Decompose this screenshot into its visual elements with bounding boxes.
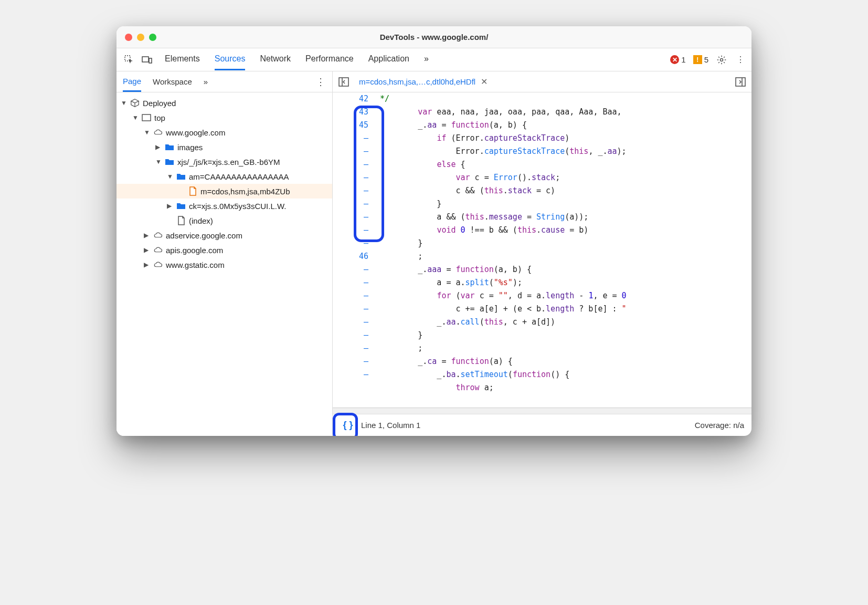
horizontal-scrollbar[interactable]: [333, 408, 751, 414]
gutter-line[interactable]: –: [333, 316, 368, 329]
code-line[interactable]: _.aa.call(this, c + a[d]): [380, 316, 751, 329]
tree-row[interactable]: ck=xjs.s.0Mx5ys3sCUI.L.W.: [117, 199, 332, 213]
gutter-line[interactable]: 46: [333, 250, 368, 263]
expand-arrow-icon[interactable]: [167, 202, 173, 210]
gutter-line[interactable]: –: [333, 224, 368, 237]
gutter-line[interactable]: –: [333, 237, 368, 250]
open-file-tab[interactable]: m=cdos,hsm,jsa,…c,dtl0hd,eHDfl ✕: [356, 77, 491, 87]
code-line[interactable]: _.ca = function(a) {: [380, 355, 751, 368]
code-line[interactable]: _.aaa = function(a, b) {: [380, 263, 751, 276]
code-content[interactable]: */ var eaa, naa, jaa, oaa, paa, qaa, Aaa…: [380, 92, 751, 408]
gutter-line[interactable]: –: [333, 355, 368, 368]
pretty-print-icon[interactable]: { }: [340, 418, 356, 433]
warnings-badge[interactable]: ! 5: [693, 55, 708, 64]
code-line[interactable]: }: [380, 197, 751, 211]
expand-arrow-icon[interactable]: [167, 173, 173, 180]
gutter-line[interactable]: –: [333, 329, 368, 342]
gutter-line[interactable]: –: [333, 368, 368, 381]
toggle-debugger-icon[interactable]: [734, 75, 747, 89]
code-line[interactable]: ;: [380, 342, 751, 355]
minimize-button[interactable]: [137, 34, 144, 41]
gutter-line[interactable]: –: [333, 184, 368, 197]
tree-row[interactable]: Deployed: [117, 96, 332, 110]
file-tree[interactable]: Deployedtopwww.google.comimagesxjs/_/js/…: [117, 92, 332, 436]
code-editor[interactable]: 424345–––––––––46––––––––– */ var eaa, n…: [333, 92, 751, 408]
code-line[interactable]: a && (this.message = String(a));: [380, 211, 751, 224]
tree-row[interactable]: (index): [117, 213, 332, 228]
gutter-line[interactable]: –: [333, 276, 368, 289]
gutter-line[interactable]: –: [333, 263, 368, 276]
close-button[interactable]: [125, 34, 132, 41]
maximize-button[interactable]: [149, 34, 156, 41]
expand-arrow-icon[interactable]: [155, 143, 162, 151]
code-line[interactable]: a = a.split("%s");: [380, 276, 751, 289]
gutter-line[interactable]: –: [333, 342, 368, 355]
tab-sources[interactable]: Sources: [215, 49, 246, 70]
gutter-line[interactable]: –: [333, 197, 368, 211]
tree-row[interactable]: apis.google.com: [117, 243, 332, 257]
tree-row[interactable]: www.gstatic.com: [117, 257, 332, 272]
inspect-icon[interactable]: [122, 53, 136, 67]
code-line[interactable]: var eaa, naa, jaa, oaa, paa, qaa, Aaa, B…: [380, 106, 751, 119]
code-line[interactable]: else {: [380, 158, 751, 171]
expand-arrow-icon[interactable]: [144, 129, 150, 136]
gutter-line[interactable]: –: [333, 302, 368, 316]
kebab-menu-icon[interactable]: ⋮: [735, 54, 746, 66]
gutter-line[interactable]: –: [333, 171, 368, 184]
code-line[interactable]: ;: [380, 250, 751, 263]
tab-application[interactable]: Application: [368, 49, 409, 70]
tree-row[interactable]: am=CAAAAAAAAAAAAAAA: [117, 169, 332, 184]
expand-arrow-icon[interactable]: [132, 114, 139, 121]
gutter-line[interactable]: –: [333, 211, 368, 224]
gutter-line[interactable]: –: [333, 132, 368, 145]
code-line[interactable]: */: [380, 92, 751, 106]
expand-arrow-icon[interactable]: [121, 99, 127, 107]
tree-row[interactable]: xjs/_/js/k=xjs.s.en_GB.-b6YM: [117, 154, 332, 169]
navigator-more-icon[interactable]: »: [204, 77, 208, 86]
settings-icon[interactable]: [716, 54, 727, 66]
tab-elements[interactable]: Elements: [165, 49, 200, 70]
gutter-line[interactable]: –: [333, 158, 368, 171]
tab-page[interactable]: Page: [123, 72, 141, 92]
gutter-line[interactable]: –: [333, 145, 368, 158]
code-line[interactable]: void 0 !== b && (this.cause = b): [380, 224, 751, 237]
gutter-line[interactable]: –: [333, 289, 368, 302]
tree-row[interactable]: adservice.google.com: [117, 228, 332, 243]
code-line[interactable]: _.ba.setTimeout(function() {: [380, 368, 751, 381]
file-icon: [176, 216, 186, 225]
tab-performance[interactable]: Performance: [305, 49, 354, 70]
tab-workspace[interactable]: Workspace: [153, 77, 192, 86]
navigator-menu-icon[interactable]: ⋮: [316, 76, 326, 88]
device-toolbar-icon[interactable]: [140, 53, 154, 67]
tree-row[interactable]: images: [117, 140, 332, 154]
tree-row[interactable]: m=cdos,hsm,jsa,mb4ZUb: [117, 184, 332, 199]
more-tabs-icon[interactable]: »: [424, 49, 429, 70]
gutter-line[interactable]: 43: [333, 106, 368, 119]
frame-icon: [142, 113, 151, 122]
code-line[interactable]: _.aa = function(a, b) {: [380, 119, 751, 132]
code-line[interactable]: }: [380, 237, 751, 250]
tab-network[interactable]: Network: [260, 49, 291, 70]
expand-arrow-icon[interactable]: [144, 246, 150, 254]
errors-badge[interactable]: ✕ 1: [670, 55, 685, 64]
gutter-line[interactable]: 45: [333, 119, 368, 132]
code-line[interactable]: for (var c = "", d = a.length - 1, e = 0: [380, 289, 751, 302]
gutter-line[interactable]: 42: [333, 92, 368, 106]
traffic-lights: [117, 34, 156, 41]
close-file-icon[interactable]: ✕: [481, 77, 488, 87]
tree-label: images: [177, 143, 203, 152]
code-line[interactable]: var c = Error().stack;: [380, 171, 751, 184]
code-line[interactable]: Error.captureStackTrace(this, _.aa);: [380, 145, 751, 158]
expand-arrow-icon[interactable]: [144, 261, 150, 268]
code-line[interactable]: if (Error.captureStackTrace): [380, 132, 751, 145]
expand-arrow-icon[interactable]: [155, 158, 162, 165]
line-gutter[interactable]: 424345–––––––––46–––––––––: [333, 92, 380, 408]
code-line[interactable]: c && (this.stack = c): [380, 184, 751, 197]
expand-arrow-icon[interactable]: [144, 232, 150, 239]
tree-row[interactable]: top: [117, 110, 332, 125]
code-line[interactable]: }: [380, 329, 751, 342]
code-line[interactable]: c += a[e] + (e < b.length ? b[e] : ": [380, 302, 751, 316]
tree-row[interactable]: www.google.com: [117, 125, 332, 140]
toggle-navigator-icon[interactable]: [337, 75, 351, 89]
code-line[interactable]: throw a;: [380, 381, 751, 394]
